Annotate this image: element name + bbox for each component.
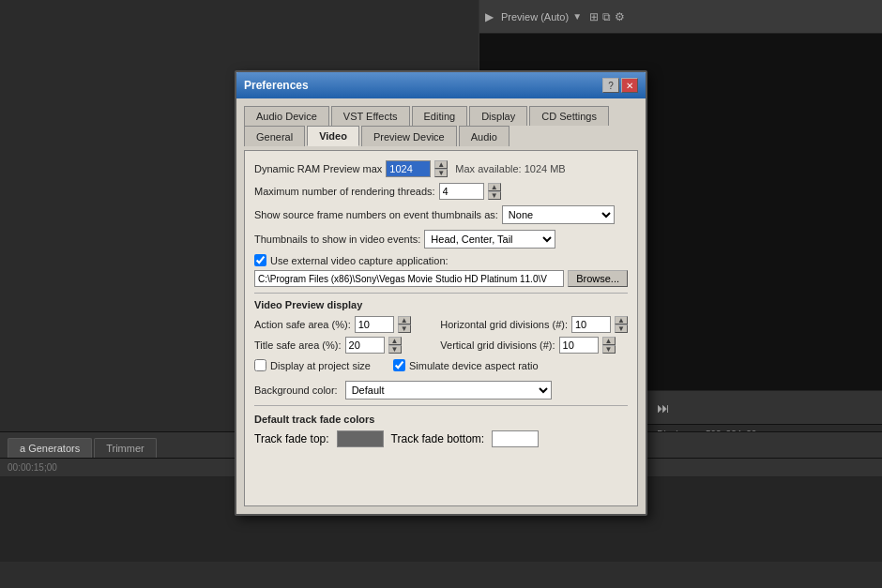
- h-grid-field: Horizontal grid divisions (#): ▲ ▼: [440, 316, 628, 333]
- simulate-aspect-row: Simulate device aspect ratio: [393, 359, 539, 371]
- path-input[interactable]: [254, 270, 564, 287]
- track-fade-bottom-label: Track fade bottom:: [391, 432, 485, 445]
- bg-color-label: Background color:: [254, 384, 338, 396]
- dynamic-ram-spinner: ▲ ▼: [434, 160, 448, 177]
- dialog-window-controls: ? ✕: [602, 78, 638, 93]
- h-grid-label: Horizontal grid divisions (#):: [440, 319, 568, 330]
- dialog-close-button[interactable]: ✕: [621, 78, 638, 93]
- thumbnails-select[interactable]: Head, Center, Tail Head Only Center Only: [424, 230, 555, 249]
- simulate-aspect-label: Simulate device aspect ratio: [409, 360, 539, 371]
- use-external-label: Use external video capture application:: [270, 255, 449, 266]
- dialog-help-button[interactable]: ?: [602, 78, 619, 93]
- v-grid-up[interactable]: ▲: [602, 337, 616, 345]
- action-safe-input[interactable]: [355, 316, 394, 333]
- dynamic-ram-input[interactable]: [386, 160, 431, 177]
- source-frame-dropdown: None Timecode Frame Number: [502, 205, 615, 224]
- max-threads-row: Maximum number of rendering threads: ▲ ▼: [254, 183, 628, 200]
- action-safe-down[interactable]: ▼: [398, 324, 411, 333]
- dynamic-ram-up[interactable]: ▲: [434, 160, 448, 169]
- tab-editing[interactable]: Editing: [412, 106, 468, 126]
- preferences-dialog: Preferences ? ✕ Audio Device VST Effects…: [235, 70, 647, 516]
- action-safe-label: Action safe area (%):: [254, 319, 351, 330]
- vp-grid: Action safe area (%): ▲ ▼ Horizontal gri…: [254, 316, 628, 354]
- threads-up[interactable]: ▲: [488, 183, 501, 191]
- dialog-overlay: Preferences ? ✕ Audio Device VST Effects…: [0, 0, 882, 588]
- tab-audio-device[interactable]: Audio Device: [244, 106, 329, 126]
- display-project-size-row: Display at project size: [254, 359, 371, 371]
- v-grid-field: Vertical grid divisions (#): ▲ ▼: [440, 337, 628, 354]
- dialog-body: Audio Device VST Effects Editing Display…: [236, 98, 646, 514]
- title-safe-spinner: ▲ ▼: [388, 337, 402, 354]
- display-project-size-checkbox[interactable]: [254, 359, 266, 371]
- tabs-row1: Audio Device VST Effects Editing Display…: [244, 106, 638, 126]
- tab-panel-video: Dynamic RAM Preview max ▲ ▼ Max availabl…: [244, 150, 638, 506]
- fade-row: Track fade top: Track fade bottom:: [254, 430, 628, 447]
- action-safe-field: Action safe area (%): ▲ ▼: [254, 316, 429, 333]
- h-grid-input[interactable]: [571, 316, 611, 333]
- tab-display[interactable]: Display: [469, 106, 527, 126]
- simulate-aspect-checkbox[interactable]: [393, 359, 405, 371]
- threads-down[interactable]: ▼: [488, 191, 501, 200]
- checkboxes-row: Display at project size Simulate device …: [254, 359, 628, 375]
- dynamic-ram-row: Dynamic RAM Preview max ▲ ▼ Max availabl…: [254, 160, 628, 177]
- bg-color-select[interactable]: Default Black White Custom: [345, 381, 552, 400]
- v-grid-input[interactable]: [559, 337, 599, 354]
- display-project-size-label: Display at project size: [270, 360, 371, 371]
- dialog-titlebar: Preferences ? ✕: [236, 72, 646, 98]
- thumbnails-dropdown: Head, Center, Tail Head Only Center Only: [424, 230, 555, 249]
- max-threads-input[interactable]: [439, 183, 484, 200]
- v-grid-label: Vertical grid divisions (#):: [440, 339, 555, 351]
- max-available-label: Max available: 1024 MB: [455, 163, 565, 174]
- separator-2: [254, 405, 628, 406]
- title-safe-up[interactable]: ▲: [388, 337, 402, 345]
- dynamic-ram-down[interactable]: ▼: [434, 169, 448, 177]
- tab-general[interactable]: General: [244, 126, 305, 146]
- v-grid-spinner: ▲ ▼: [602, 337, 616, 354]
- source-frame-label: Show source frame numbers on event thumb…: [254, 209, 498, 220]
- video-preview-section-label: Video Preview display: [254, 299, 628, 310]
- tabs-row2: General Video Preview Device Audio: [244, 126, 638, 146]
- tab-video[interactable]: Video: [307, 126, 359, 146]
- title-safe-down[interactable]: ▼: [388, 345, 402, 354]
- v-grid-down[interactable]: ▼: [602, 345, 616, 354]
- source-frame-row: Show source frame numbers on event thumb…: [254, 205, 628, 224]
- fade-bottom-color[interactable]: [492, 430, 539, 447]
- title-safe-input[interactable]: [345, 337, 385, 354]
- h-grid-spinner: ▲ ▼: [615, 316, 628, 333]
- tab-preview-device[interactable]: Preview Device: [361, 126, 457, 146]
- track-fade-top-label: Track fade top:: [254, 432, 329, 445]
- use-external-row: Use external video capture application:: [254, 254, 628, 266]
- tab-vst-effects[interactable]: VST Effects: [331, 106, 410, 126]
- tab-audio[interactable]: Audio: [459, 126, 509, 146]
- h-grid-up[interactable]: ▲: [615, 316, 628, 324]
- bg-color-row: Background color: Default Black White Cu…: [254, 381, 628, 400]
- fade-top-color[interactable]: [337, 430, 384, 447]
- title-safe-field: Title safe area (%): ▲ ▼: [254, 337, 429, 354]
- use-external-checkbox[interactable]: [254, 254, 266, 266]
- title-safe-label: Title safe area (%):: [254, 339, 342, 351]
- action-safe-spinner: ▲ ▼: [398, 316, 411, 333]
- max-threads-spinner: ▲ ▼: [488, 183, 501, 200]
- max-threads-label: Maximum number of rendering threads:: [254, 186, 435, 197]
- path-row: Browse...: [254, 270, 628, 287]
- thumbnails-row: Thumbnails to show in video events: Head…: [254, 230, 628, 249]
- h-grid-down[interactable]: ▼: [615, 324, 628, 333]
- browse-button[interactable]: Browse...: [568, 270, 628, 287]
- thumbnails-label: Thumbnails to show in video events:: [254, 234, 420, 245]
- fade-section: Default track fade colors Track fade top…: [254, 414, 628, 447]
- dialog-title: Preferences: [244, 79, 309, 92]
- separator-1: [254, 293, 628, 294]
- dynamic-ram-label: Dynamic RAM Preview max: [254, 163, 382, 174]
- source-frame-select[interactable]: None Timecode Frame Number: [502, 205, 615, 224]
- action-safe-up[interactable]: ▲: [398, 316, 411, 324]
- tab-cd-settings[interactable]: CD Settings: [529, 106, 609, 126]
- fade-section-label: Default track fade colors: [254, 414, 628, 425]
